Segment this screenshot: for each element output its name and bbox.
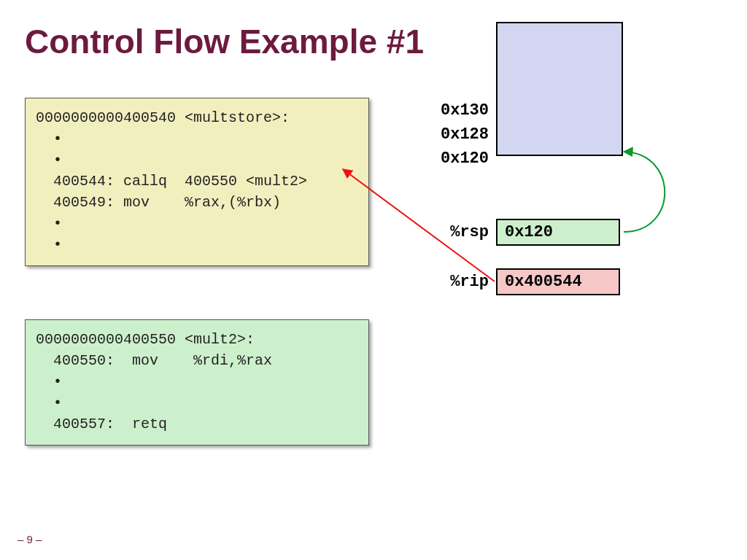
stack-addr-3: 0x120	[423, 147, 489, 171]
stack-diagram	[496, 22, 623, 156]
rip-value: 0x400544	[496, 268, 620, 295]
rip-register-row: %rip 0x400544	[423, 268, 620, 295]
rsp-label: %rsp	[423, 223, 489, 241]
mult2-code-box: 0000000000400550 <mult2>: 400550: mov %r…	[25, 319, 369, 446]
stack-addr-2: 0x128	[423, 122, 489, 147]
multstore-code-box: 0000000000400540 <multstore>: • • 400544…	[25, 98, 369, 266]
page-number: – 9 –	[18, 533, 42, 545]
rsp-value: 0x120	[496, 219, 620, 246]
stack-addr-1: 0x130	[423, 98, 489, 122]
arrows-overlay	[0, 0, 747, 560]
rsp-register-row: %rsp 0x120	[423, 219, 620, 246]
slide-title: Control Flow Example #1	[25, 22, 424, 61]
rip-label: %rip	[423, 273, 489, 291]
stack-addresses: 0x130 0x128 0x120	[423, 98, 489, 171]
